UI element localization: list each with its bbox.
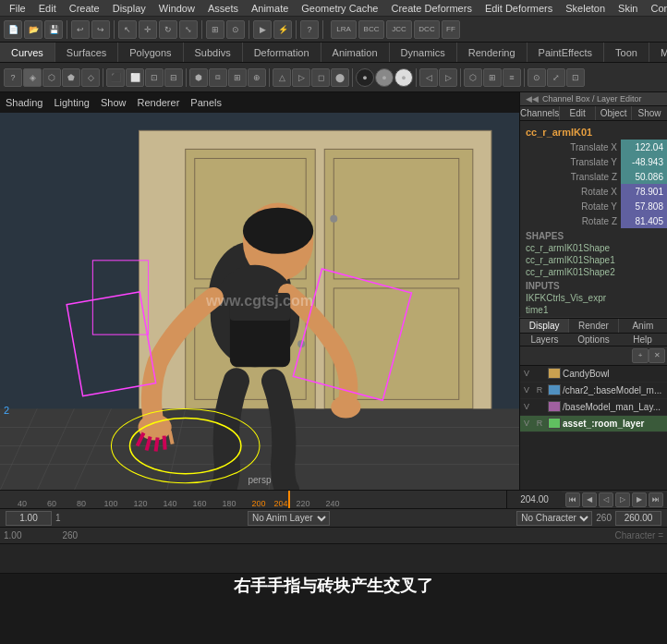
scale-tool-icon[interactable]: ⤡ bbox=[179, 20, 198, 39]
tab-subdivs[interactable]: Subdivs bbox=[184, 43, 243, 62]
menu-geometry-cache[interactable]: Geometry Cache bbox=[296, 2, 383, 15]
menu-file[interactable]: File bbox=[4, 2, 31, 15]
tab-deformation[interactable]: Deformation bbox=[243, 43, 321, 62]
tb2-icon-2[interactable]: ◈ bbox=[23, 68, 42, 87]
tb2-icon-1[interactable]: ? bbox=[4, 68, 22, 87]
jcc-icon[interactable]: JCC bbox=[386, 20, 412, 39]
tb2-icon-14[interactable]: △ bbox=[273, 68, 291, 87]
menu-skeleton[interactable]: Skeleton bbox=[560, 2, 611, 15]
tb2-arrow-right-icon[interactable]: ▷ bbox=[439, 68, 457, 87]
cb-value-tx[interactable]: 122.04 bbox=[621, 140, 667, 154]
step-back-button[interactable]: ◀ bbox=[582, 492, 597, 507]
tb2-icon-16[interactable]: ◻ bbox=[311, 68, 330, 87]
layer-row-2[interactable]: V /baseModel_man_Lay... bbox=[520, 399, 667, 416]
lra-icon[interactable]: LRA bbox=[331, 20, 357, 39]
lighting-menu[interactable]: Lighting bbox=[54, 97, 90, 108]
cb-tab-edit[interactable]: Edit bbox=[560, 106, 596, 120]
tb2-icon-15[interactable]: ▷ bbox=[292, 68, 310, 87]
tab-dynamics[interactable]: Dynamics bbox=[390, 43, 457, 62]
tab-animation[interactable]: Animation bbox=[321, 43, 390, 62]
timeline-tick-area[interactable]: 40 60 80 100 120 140 160 180 200 204 220… bbox=[0, 491, 506, 508]
tab-painteffects[interactable]: PaintEffects bbox=[528, 43, 605, 62]
open-file-icon[interactable]: 📂 bbox=[24, 20, 42, 39]
cb-tab-channels[interactable]: Channels bbox=[520, 106, 560, 120]
show-menu[interactable]: Show bbox=[101, 97, 127, 108]
tb2-icon-22[interactable]: ⊞ bbox=[483, 68, 502, 87]
tb2-arrow-left-icon[interactable]: ◁ bbox=[419, 68, 438, 87]
cb-row-translate-z[interactable]: Translate Z 50.086 bbox=[520, 169, 667, 184]
new-file-icon[interactable]: 📄 bbox=[4, 20, 22, 39]
menu-constrain[interactable]: Constrain bbox=[645, 2, 667, 15]
tab-toon[interactable]: Toon bbox=[604, 43, 649, 62]
tb2-icon-24[interactable]: ⊙ bbox=[528, 68, 546, 87]
tab-rendering[interactable]: Rendering bbox=[457, 43, 528, 62]
move-tool-icon[interactable]: ✛ bbox=[139, 20, 157, 39]
snap-to-grid-icon[interactable]: ⊞ bbox=[206, 20, 224, 39]
tab-curves[interactable]: Curves bbox=[0, 43, 55, 62]
tb2-icon-12[interactable]: ⊞ bbox=[228, 68, 247, 87]
go-to-end-button[interactable]: ⏭ bbox=[649, 492, 663, 507]
cb-row-rotate-z[interactable]: Rotate Z 81.405 bbox=[520, 213, 667, 228]
undo-icon[interactable]: ↩ bbox=[71, 20, 90, 39]
tab-muscle[interactable]: Muscle bbox=[649, 43, 667, 62]
cb-value-tz[interactable]: 50.086 bbox=[621, 169, 667, 184]
layer-delete-icon[interactable]: ✕ bbox=[649, 348, 665, 363]
menu-skin[interactable]: Skin bbox=[612, 2, 643, 15]
panels-menu[interactable]: Panels bbox=[190, 97, 222, 108]
save-file-icon[interactable]: 💾 bbox=[44, 20, 63, 39]
tb2-icon-7[interactable]: ⬜ bbox=[126, 68, 144, 87]
cb-value-ty[interactable]: -48.943 bbox=[621, 154, 667, 169]
dcc-icon[interactable]: DCC bbox=[414, 20, 440, 39]
cb-row-translate-x[interactable]: Translate X 122.04 bbox=[520, 140, 667, 154]
ff-icon[interactable]: FF bbox=[442, 20, 460, 39]
timeline-ruler[interactable]: 40 60 80 100 120 140 160 180 200 204 220… bbox=[0, 491, 667, 509]
select-tool-icon[interactable]: ↖ bbox=[118, 20, 137, 39]
go-to-start-button[interactable]: ⏮ bbox=[565, 492, 580, 507]
bcc-icon[interactable]: BCC bbox=[358, 20, 384, 39]
range-end-field[interactable] bbox=[615, 511, 661, 526]
range-start-field[interactable] bbox=[6, 511, 52, 526]
shading-menu[interactable]: Shading bbox=[6, 97, 42, 108]
tb2-icon-9[interactable]: ⊟ bbox=[164, 68, 183, 87]
menu-edit[interactable]: Edit bbox=[33, 2, 62, 15]
layer-row-0[interactable]: V CandyBowl bbox=[520, 366, 667, 383]
menu-create-deformers[interactable]: Create Deformers bbox=[385, 2, 477, 15]
le-tab-render[interactable]: Render bbox=[569, 319, 618, 333]
menu-animate[interactable]: Animate bbox=[246, 2, 294, 15]
le-tab-display[interactable]: Display bbox=[520, 319, 569, 333]
snap-to-point-icon[interactable]: ⊙ bbox=[226, 20, 245, 39]
tb2-icon-26[interactable]: ⊡ bbox=[566, 68, 585, 87]
renderer-menu[interactable]: Renderer bbox=[137, 97, 179, 108]
cb-shape-1[interactable]: cc_r_armIK01Shape1 bbox=[520, 254, 667, 266]
le-sub-help[interactable]: Help bbox=[618, 334, 667, 346]
anim-layer-select[interactable]: No Anim Layer bbox=[248, 511, 330, 526]
play-forward-button[interactable]: ▷ bbox=[615, 492, 630, 507]
cb-shape-0[interactable]: cc_r_armIK01Shape bbox=[520, 242, 667, 254]
tb2-icon-23[interactable]: ≡ bbox=[503, 68, 521, 87]
ipr-icon[interactable]: ⚡ bbox=[273, 20, 292, 39]
tb2-icon-25[interactable]: ⤢ bbox=[547, 68, 565, 87]
cb-input-0[interactable]: IKFKCtrls_Vis_expr bbox=[520, 292, 667, 304]
cb-input-1[interactable]: time1 bbox=[520, 304, 667, 316]
cb-value-ry[interactable]: 57.808 bbox=[621, 199, 667, 213]
tb2-icon-4[interactable]: ⬟ bbox=[62, 68, 80, 87]
timeline-playhead[interactable] bbox=[288, 491, 290, 508]
layer-row-1[interactable]: V R /char2_:baseModel_m... bbox=[520, 383, 667, 399]
layer-new-icon[interactable]: + bbox=[632, 348, 649, 363]
tb2-icon-21[interactable]: ⬡ bbox=[464, 68, 482, 87]
tab-polygons[interactable]: Polygons bbox=[118, 43, 183, 62]
le-sub-layers[interactable]: Layers bbox=[520, 334, 569, 346]
cb-row-rotate-y[interactable]: Rotate Y 57.808 bbox=[520, 199, 667, 213]
tb2-icon-17[interactable]: ⬤ bbox=[331, 68, 349, 87]
cb-value-rx[interactable]: 78.901 bbox=[621, 184, 667, 199]
tb2-icon-3[interactable]: ⬡ bbox=[42, 68, 61, 87]
tb2-icon-18[interactable]: ● bbox=[356, 68, 374, 87]
le-sub-options[interactable]: Options bbox=[569, 334, 618, 346]
cb-value-rz[interactable]: 81.405 bbox=[621, 213, 667, 228]
character-select[interactable]: No Character bbox=[516, 511, 592, 526]
le-tab-anim[interactable]: Anim bbox=[619, 319, 667, 333]
render-icon[interactable]: ▶ bbox=[253, 20, 272, 39]
tb2-icon-19[interactable]: ● bbox=[375, 68, 394, 87]
cb-tab-object[interactable]: Object bbox=[596, 106, 632, 120]
layer-row-3[interactable]: V R asset_:room_layer bbox=[520, 416, 667, 432]
